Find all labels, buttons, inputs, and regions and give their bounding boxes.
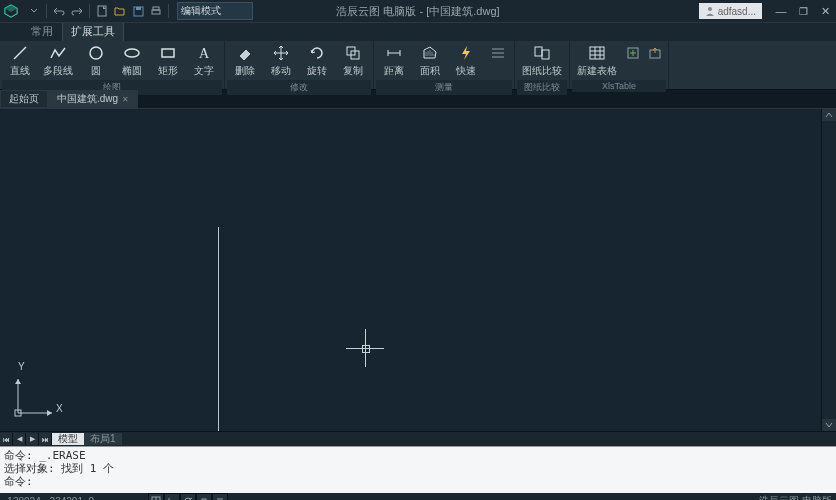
tool-compare[interactable]: 图纸比较 bbox=[517, 42, 567, 80]
coordinates-readout: -138024, -234201, 0 bbox=[0, 496, 94, 501]
ribbon-tabbar: 常用 扩展工具 bbox=[0, 23, 836, 41]
tool-line[interactable]: 直线 bbox=[2, 42, 38, 80]
tab-layout1[interactable]: 布局1 bbox=[84, 433, 122, 445]
snap-ortho[interactable] bbox=[164, 493, 180, 500]
quick-access-toolbar: 编辑模式 bbox=[26, 2, 253, 20]
export-icon bbox=[646, 44, 664, 62]
print-icon[interactable] bbox=[148, 3, 164, 19]
new-icon[interactable] bbox=[94, 3, 110, 19]
tool-circle[interactable]: 圆 bbox=[78, 42, 114, 80]
compare-icon bbox=[533, 44, 551, 62]
snap-grid[interactable] bbox=[148, 493, 164, 500]
tool-table-extra1[interactable] bbox=[622, 42, 644, 80]
svg-rect-19 bbox=[542, 50, 549, 59]
tool-polyline[interactable]: 多段线 bbox=[38, 42, 78, 80]
erase-icon bbox=[236, 44, 254, 62]
pickbox-cursor bbox=[362, 345, 370, 353]
ribbon-group-draw: 直线 多段线 圆 椭圆 矩形 A文字 绘图 bbox=[0, 41, 225, 89]
snap-polar[interactable] bbox=[180, 493, 196, 500]
user-account[interactable]: adfasd... bbox=[699, 3, 762, 19]
svg-marker-1 bbox=[5, 5, 17, 12]
tool-move[interactable]: 移动 bbox=[263, 42, 299, 80]
snap-osnap[interactable] bbox=[196, 493, 212, 500]
distance-icon bbox=[385, 44, 403, 62]
tool-rotate[interactable]: 旋转 bbox=[299, 42, 335, 80]
minimize-button[interactable]: — bbox=[770, 0, 792, 22]
svg-text:A: A bbox=[199, 46, 210, 61]
ribbon: 直线 多段线 圆 椭圆 矩形 A文字 绘图 删除 移动 旋转 复制 修改 距离 … bbox=[0, 41, 836, 90]
snap-lwt[interactable] bbox=[212, 493, 228, 500]
tool-quick[interactable]: 快速 bbox=[448, 42, 484, 80]
table-icon bbox=[588, 44, 606, 62]
tool-area[interactable]: 面积 bbox=[412, 42, 448, 80]
close-icon[interactable]: ✕ bbox=[122, 95, 129, 104]
close-button[interactable]: ✕ bbox=[814, 0, 836, 22]
tab-nav-next[interactable]: ▶ bbox=[26, 433, 39, 445]
app-logo[interactable] bbox=[0, 0, 22, 22]
circle-icon bbox=[87, 44, 105, 62]
window-title: 浩辰云图 电脑版 - [中国建筑.dwg] bbox=[336, 4, 499, 19]
doc-tab-file[interactable]: 中国建筑.dwg✕ bbox=[48, 90, 138, 108]
ribbon-group-compare: 图纸比较 图纸比较 bbox=[515, 41, 570, 89]
svg-rect-6 bbox=[153, 7, 159, 10]
quick-icon bbox=[457, 44, 475, 62]
tool-erase[interactable]: 删除 bbox=[227, 42, 263, 80]
svg-line-8 bbox=[14, 47, 26, 59]
move-icon bbox=[272, 44, 290, 62]
ucs-icon: Y X bbox=[12, 375, 56, 421]
svg-rect-18 bbox=[535, 47, 542, 56]
tool-distance[interactable]: 距离 bbox=[376, 42, 412, 80]
area-icon bbox=[421, 44, 439, 62]
copy-icon bbox=[344, 44, 362, 62]
line-icon bbox=[11, 44, 29, 62]
command-window[interactable]: 命令: _.ERASE 选择对象: 找到 1 个 命令: bbox=[0, 446, 836, 493]
dim-icon bbox=[489, 44, 507, 62]
maximize-button[interactable]: ❐ bbox=[792, 0, 814, 22]
rotate-icon bbox=[308, 44, 326, 62]
tab-model[interactable]: 模型 bbox=[52, 433, 84, 445]
tool-table-extra2[interactable] bbox=[644, 42, 666, 80]
tab-ext-tools[interactable]: 扩展工具 bbox=[62, 21, 124, 41]
redo-icon[interactable] bbox=[69, 3, 85, 19]
text-icon: A bbox=[195, 44, 213, 62]
titlebar: 编辑模式 浩辰云图 电脑版 - [中国建筑.dwg] adfasd... — ❐… bbox=[0, 0, 836, 23]
open-icon[interactable] bbox=[112, 3, 128, 19]
ribbon-group-measure: 距离 面积 快速 测量 bbox=[374, 41, 515, 89]
scroll-up-icon[interactable] bbox=[822, 109, 836, 121]
tab-common[interactable]: 常用 bbox=[22, 21, 62, 41]
group-title-compare: 图纸比较 bbox=[517, 80, 567, 95]
group-title-modify: 修改 bbox=[227, 80, 371, 95]
menu-dropdown-icon[interactable] bbox=[26, 3, 42, 19]
ellipse-icon bbox=[123, 44, 141, 62]
undo-icon[interactable] bbox=[51, 3, 67, 19]
tab-nav-first[interactable]: ⏮ bbox=[0, 433, 13, 445]
status-brand: 浩辰云图 电脑版 bbox=[759, 494, 832, 500]
command-history-line: 选择对象: 找到 1 个 bbox=[4, 462, 832, 475]
tool-rectangle[interactable]: 矩形 bbox=[150, 42, 186, 80]
layout-tabs: ⏮ ◀ ▶ ⏭ 模型 布局1 bbox=[0, 431, 836, 446]
snap-toggles bbox=[148, 493, 228, 500]
tool-ellipse[interactable]: 椭圆 bbox=[114, 42, 150, 80]
svg-rect-2 bbox=[98, 6, 106, 16]
tab-nav-prev[interactable]: ◀ bbox=[13, 433, 26, 445]
drawing-entity bbox=[218, 227, 219, 431]
drawing-viewport[interactable]: Y X bbox=[0, 109, 836, 431]
tool-text[interactable]: A文字 bbox=[186, 42, 222, 80]
tool-measure-extra[interactable] bbox=[484, 42, 512, 80]
ribbon-group-modify: 删除 移动 旋转 复制 修改 bbox=[225, 41, 374, 89]
command-prompt[interactable]: 命令: bbox=[4, 475, 832, 488]
group-title-measure: 测量 bbox=[376, 80, 512, 95]
svg-point-7 bbox=[708, 7, 712, 11]
tab-nav-last[interactable]: ⏭ bbox=[39, 433, 52, 445]
tool-copy[interactable]: 复制 bbox=[335, 42, 371, 80]
vertical-scrollbar[interactable] bbox=[821, 109, 836, 431]
ribbon-group-xlstable: 新建表格 XlsTable bbox=[570, 41, 669, 89]
svg-point-9 bbox=[90, 47, 102, 59]
mode-dropdown[interactable]: 编辑模式 bbox=[177, 2, 253, 20]
doc-tab-start[interactable]: 起始页 bbox=[0, 90, 48, 108]
scroll-down-icon[interactable] bbox=[822, 419, 836, 431]
save-icon[interactable] bbox=[130, 3, 146, 19]
tool-newtable[interactable]: 新建表格 bbox=[572, 42, 622, 80]
status-bar: -138024, -234201, 0 浩辰云图 电脑版 bbox=[0, 493, 836, 500]
rectangle-icon bbox=[159, 44, 177, 62]
